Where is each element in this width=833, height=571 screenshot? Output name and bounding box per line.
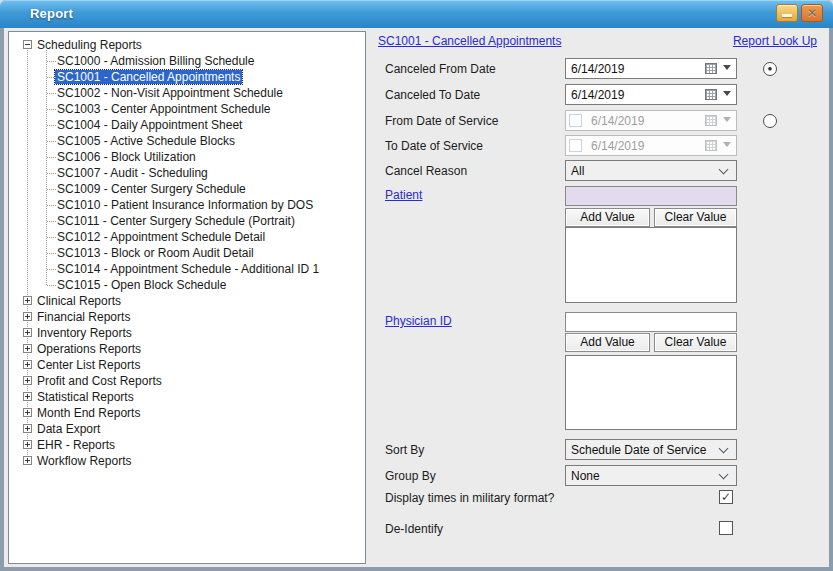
tree-node-label[interactable]: SC1000 - Admission Billing Schedule	[57, 54, 254, 68]
patient-clear-value-button[interactable]: Clear Value	[654, 208, 737, 227]
expand-icon[interactable]	[23, 376, 32, 385]
tree-node-report[interactable]: SC1012 - Appointment Schedule Detail	[9, 229, 365, 245]
tree-node-label[interactable]: SC1010 - Patient Insurance Information b…	[57, 198, 313, 212]
tree-node-category[interactable]: Profit and Cost Reports	[9, 373, 365, 389]
tree-node-label[interactable]: Profit and Cost Reports	[37, 374, 162, 388]
expand-icon[interactable]	[23, 392, 32, 401]
tree-node-category[interactable]: Statistical Reports	[9, 389, 365, 405]
expand-icon[interactable]	[23, 344, 32, 353]
tree-node-label[interactable]: Operations Reports	[37, 342, 141, 356]
physician-list-box[interactable]	[565, 355, 737, 430]
service-date-range-radio[interactable]	[763, 114, 777, 128]
tree-node-report[interactable]: SC1007 - Audit - Scheduling	[9, 165, 365, 181]
tree-node-report[interactable]: SC1002 - Non-Visit Appointment Schedule	[9, 85, 365, 101]
tree-node-label[interactable]: SC1011 - Center Surgery Schedule (Portra…	[57, 214, 295, 228]
tree-node-report[interactable]: SC1009 - Center Surgery Schedule	[9, 181, 365, 197]
tree-node-report[interactable]: SC1015 - Open Block Schedule	[9, 277, 365, 293]
tree-node-report[interactable]: SC1000 - Admission Billing Schedule	[9, 53, 365, 69]
patient-link[interactable]: Patient	[385, 188, 422, 202]
title-bar[interactable]: Report ✕	[0, 0, 833, 28]
sort-by-select[interactable]: Schedule Date of Service	[565, 439, 737, 460]
tree-node-label[interactable]: SC1007 - Audit - Scheduling	[57, 166, 208, 180]
calendar-icon[interactable]	[705, 89, 717, 100]
physician-clear-value-button[interactable]: Clear Value	[654, 333, 737, 352]
tree-node-category[interactable]: Center List Reports	[9, 357, 365, 373]
expand-icon[interactable]	[23, 440, 32, 449]
tree-node-label[interactable]: SC1003 - Center Appointment Schedule	[57, 102, 270, 116]
tree-node-report[interactable]: SC1011 - Center Surgery Schedule (Portra…	[9, 213, 365, 229]
patient-input[interactable]	[565, 186, 737, 206]
tree-node-label[interactable]: SC1015 - Open Block Schedule	[57, 278, 226, 292]
tree-node-category[interactable]: Clinical Reports	[9, 293, 365, 309]
tree-node-label[interactable]: SC1004 - Daily Appointment Sheet	[57, 118, 242, 132]
tree-node-report[interactable]: SC1003 - Center Appointment Schedule	[9, 101, 365, 117]
tree-node-category[interactable]: Workflow Reports	[9, 453, 365, 469]
tree-node-report[interactable]: SC1014 - Appointment Schedule - Addition…	[9, 261, 365, 277]
from-date-of-service-picker[interactable]: 6/14/2019	[565, 110, 737, 131]
tree-node-label[interactable]: Financial Reports	[37, 310, 130, 324]
cancel-reason-select[interactable]: All	[565, 160, 737, 181]
group-by-select[interactable]: None	[565, 465, 737, 486]
tree-node-category[interactable]: Financial Reports	[9, 309, 365, 325]
expand-icon[interactable]	[23, 312, 32, 321]
tree-node-label[interactable]: Scheduling Reports	[37, 38, 142, 52]
tree-node-label[interactable]: SC1012 - Appointment Schedule Detail	[57, 230, 265, 244]
enable-date-checkbox[interactable]	[569, 114, 582, 127]
report-lookup-link[interactable]: Report Look Up	[733, 34, 817, 48]
tree-node-label[interactable]: SC1014 - Appointment Schedule - Addition…	[57, 262, 319, 276]
canceled-from-date-picker[interactable]: 6/14/2019	[565, 58, 737, 79]
to-date-of-service-picker[interactable]: 6/14/2019	[565, 135, 737, 156]
expand-icon[interactable]	[23, 360, 32, 369]
physician-id-link[interactable]: Physician ID	[385, 314, 452, 328]
tree-node-label[interactable]: Clinical Reports	[37, 294, 121, 308]
tree-node-category[interactable]: Month End Reports	[9, 405, 365, 421]
calendar-icon[interactable]	[705, 63, 717, 74]
dropdown-arrow-icon[interactable]	[723, 91, 731, 100]
minimize-button[interactable]	[776, 4, 798, 22]
patient-list-box[interactable]	[565, 227, 737, 303]
tree-node-label[interactable]: Inventory Reports	[37, 326, 132, 340]
tree-node-label[interactable]: Statistical Reports	[37, 390, 134, 404]
collapse-icon[interactable]	[23, 40, 32, 49]
tree-node-label[interactable]: Month End Reports	[37, 406, 140, 420]
expand-icon[interactable]	[23, 408, 32, 417]
tree-node-scheduling-reports[interactable]: Scheduling Reports	[9, 37, 365, 53]
expand-icon[interactable]	[23, 296, 32, 305]
tree-node-category[interactable]: Operations Reports	[9, 341, 365, 357]
expand-icon[interactable]	[23, 424, 32, 433]
chevron-down-icon[interactable]	[719, 469, 729, 479]
tree-node-label[interactable]: SC1009 - Center Surgery Schedule	[57, 182, 246, 196]
tree-node-report[interactable]: SC1005 - Active Schedule Blocks	[9, 133, 365, 149]
chevron-down-icon[interactable]	[719, 164, 729, 174]
canceled-date-range-radio[interactable]: ●	[763, 62, 777, 76]
tree-node-label[interactable]: SC1002 - Non-Visit Appointment Schedule	[57, 86, 283, 100]
close-button[interactable]: ✕	[801, 4, 823, 22]
patient-add-value-button[interactable]: Add Value	[565, 208, 650, 227]
tree-node-report[interactable]: SC1001 - Cancelled Appointments	[9, 69, 365, 85]
enable-date-checkbox[interactable]	[569, 139, 582, 152]
tree-node-report[interactable]: SC1006 - Block Utilization	[9, 149, 365, 165]
tree-node-label[interactable]: SC1001 - Cancelled Appointments	[55, 70, 242, 84]
tree-node-category[interactable]: EHR - Reports	[9, 437, 365, 453]
physician-add-value-button[interactable]: Add Value	[565, 333, 650, 352]
military-format-checkbox[interactable]: ✓	[719, 490, 733, 504]
expand-icon[interactable]	[23, 456, 32, 465]
tree-node-category[interactable]: Inventory Reports	[9, 325, 365, 341]
tree-node-label[interactable]: Data Export	[37, 422, 100, 436]
tree-node-report[interactable]: SC1004 - Daily Appointment Sheet	[9, 117, 365, 133]
dropdown-arrow-icon[interactable]	[723, 65, 731, 74]
tree-node-label[interactable]: EHR - Reports	[37, 438, 115, 452]
tree-node-label[interactable]: SC1005 - Active Schedule Blocks	[57, 134, 235, 148]
tree-node-label[interactable]: SC1013 - Block or Room Audit Detail	[57, 246, 254, 260]
tree-node-label[interactable]: Center List Reports	[37, 358, 140, 372]
canceled-to-date-picker[interactable]: 6/14/2019	[565, 84, 737, 105]
tree-node-report[interactable]: SC1010 - Patient Insurance Information b…	[9, 197, 365, 213]
tree-node-label[interactable]: SC1006 - Block Utilization	[57, 150, 196, 164]
tree-node-report[interactable]: SC1013 - Block or Room Audit Detail	[9, 245, 365, 261]
report-title-link[interactable]: SC1001 - Cancelled Appointments	[378, 34, 561, 48]
de-identify-checkbox[interactable]	[719, 521, 733, 535]
chevron-down-icon[interactable]	[719, 443, 729, 453]
report-tree[interactable]: Scheduling Reports SC1000 - Admission Bi…	[8, 31, 366, 564]
tree-node-label[interactable]: Workflow Reports	[37, 454, 131, 468]
expand-icon[interactable]	[23, 328, 32, 337]
